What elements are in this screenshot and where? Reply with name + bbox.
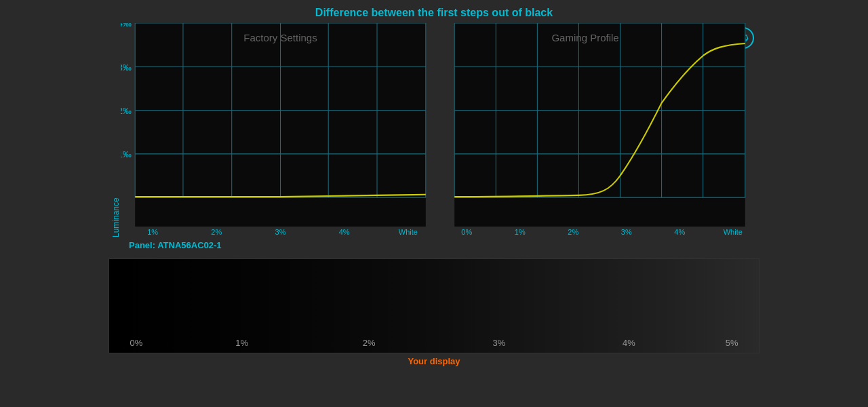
x-label-3pct: 3% xyxy=(248,228,312,236)
main-container: Difference between the first steps out o… xyxy=(0,0,868,407)
svg-text:2%: 2% xyxy=(363,338,376,348)
x-label-3pct: 3% xyxy=(600,228,654,236)
svg-text:3‰: 3‰ xyxy=(121,62,132,73)
x-label-0pct: 0% xyxy=(440,228,494,236)
factory-chart-container: 4‰ 3‰ 2‰ 1‰ Factory Settings 1% 2% xyxy=(121,23,440,237)
svg-text:4‰: 4‰ xyxy=(121,23,132,28)
svg-text:Gaming Profile: Gaming Profile xyxy=(551,32,618,43)
x-label-1pct: 1% xyxy=(494,228,547,236)
factory-chart-canvas: 4‰ 3‰ 2‰ 1‰ Factory Settings xyxy=(121,23,440,227)
panel-label: Panel: ATNA56AC02-1 xyxy=(129,240,222,250)
y-axis-label: Luminance xyxy=(108,30,121,237)
display-gradient-svg: 0% 1% 2% 3% 4% 5% xyxy=(109,259,759,353)
x-label-2pct: 2% xyxy=(184,228,248,236)
svg-rect-37 xyxy=(109,259,759,353)
x-label-white: White xyxy=(376,228,440,236)
svg-text:1%: 1% xyxy=(235,338,248,348)
svg-text:2‰: 2‰ xyxy=(121,106,132,116)
gaming-x-labels: 0% 1% 2% 3% 4% White xyxy=(440,227,760,237)
svg-text:5%: 5% xyxy=(726,338,738,348)
gaming-chart-canvas: Gaming Profile xyxy=(440,23,760,227)
svg-text:3%: 3% xyxy=(492,338,505,348)
display-section: 0% 1% 2% 3% 4% 5% xyxy=(108,258,760,353)
svg-text:Factory Settings: Factory Settings xyxy=(243,32,317,43)
your-display-label: Your display xyxy=(408,356,460,366)
factory-svg: 4‰ 3‰ 2‰ 1‰ Factory Settings xyxy=(121,23,440,227)
svg-text:4%: 4% xyxy=(623,338,635,348)
chart-title: Difference between the first steps out o… xyxy=(108,7,760,19)
svg-text:0%: 0% xyxy=(130,338,143,348)
chart-section: Difference between the first steps out o… xyxy=(108,7,760,250)
x-label-4pct: 4% xyxy=(653,228,707,236)
factory-x-labels: 1% 2% 3% 4% White xyxy=(121,227,440,237)
x-label-4pct: 4% xyxy=(313,228,376,236)
gaming-chart-container: Gaming Profile 0% 1% 2% 3% 4% White xyxy=(440,23,760,237)
charts-pair: 4‰ 3‰ 2‰ 1‰ Factory Settings 1% 2% xyxy=(121,23,760,237)
x-label-2pct: 2% xyxy=(547,228,600,236)
charts-row: Luminance xyxy=(108,23,760,237)
x-label-white: White xyxy=(707,228,760,236)
x-label-1pct: 1% xyxy=(121,228,184,236)
gaming-svg: Gaming Profile xyxy=(440,23,760,227)
svg-text:1‰: 1‰ xyxy=(121,149,132,159)
